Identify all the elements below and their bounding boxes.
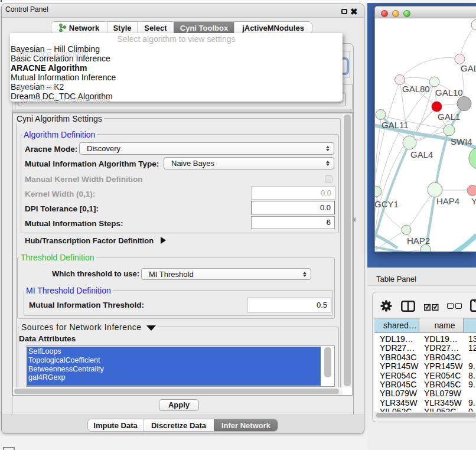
svg-text:HAP4: HAP4 xyxy=(436,196,459,206)
svg-text:GAL10: GAL10 xyxy=(435,87,463,97)
svg-text:GCY1: GCY1 xyxy=(375,199,399,209)
svg-text:GAL4: GAL4 xyxy=(410,149,433,159)
svg-text:YM: YM xyxy=(471,196,476,206)
svg-text:HAP2: HAP2 xyxy=(407,236,430,246)
svg-text:GAL11: GAL11 xyxy=(382,120,409,130)
svg-text:GAL7: GAL7 xyxy=(461,63,476,73)
svg-text:SWI4: SWI4 xyxy=(451,136,472,146)
svg-text:GAL80: GAL80 xyxy=(402,84,430,94)
svg-text:GAL1: GAL1 xyxy=(438,112,460,122)
